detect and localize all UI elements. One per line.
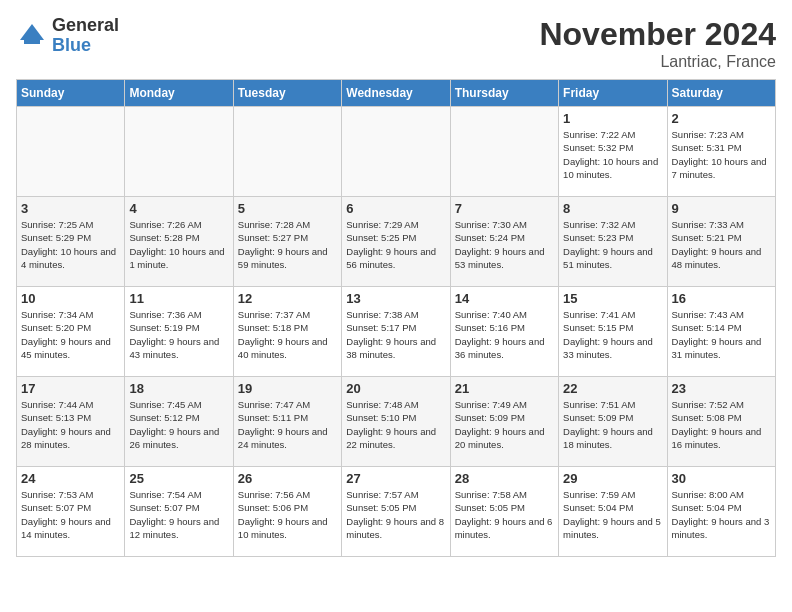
- day-number: 16: [672, 291, 771, 306]
- day-info: Sunrise: 7:43 AM Sunset: 5:14 PM Dayligh…: [672, 308, 771, 361]
- day-number: 28: [455, 471, 554, 486]
- calendar-cell: 23Sunrise: 7:52 AM Sunset: 5:08 PM Dayli…: [667, 377, 775, 467]
- day-number: 14: [455, 291, 554, 306]
- day-number: 27: [346, 471, 445, 486]
- calendar-cell: 11Sunrise: 7:36 AM Sunset: 5:19 PM Dayli…: [125, 287, 233, 377]
- calendar-cell: 18Sunrise: 7:45 AM Sunset: 5:12 PM Dayli…: [125, 377, 233, 467]
- day-info: Sunrise: 7:45 AM Sunset: 5:12 PM Dayligh…: [129, 398, 228, 451]
- calendar-week-row: 1Sunrise: 7:22 AM Sunset: 5:32 PM Daylig…: [17, 107, 776, 197]
- day-info: Sunrise: 7:59 AM Sunset: 5:04 PM Dayligh…: [563, 488, 662, 541]
- calendar-cell: 19Sunrise: 7:47 AM Sunset: 5:11 PM Dayli…: [233, 377, 341, 467]
- day-info: Sunrise: 7:47 AM Sunset: 5:11 PM Dayligh…: [238, 398, 337, 451]
- day-number: 29: [563, 471, 662, 486]
- calendar-cell: [342, 107, 450, 197]
- day-number: 10: [21, 291, 120, 306]
- day-number: 15: [563, 291, 662, 306]
- day-number: 3: [21, 201, 120, 216]
- day-number: 26: [238, 471, 337, 486]
- column-header-tuesday: Tuesday: [233, 80, 341, 107]
- day-number: 1: [563, 111, 662, 126]
- logo-blue: Blue: [52, 36, 119, 56]
- day-number: 30: [672, 471, 771, 486]
- calendar-cell: [233, 107, 341, 197]
- logo: General Blue: [16, 16, 119, 56]
- day-number: 19: [238, 381, 337, 396]
- calendar-cell: 25Sunrise: 7:54 AM Sunset: 5:07 PM Dayli…: [125, 467, 233, 557]
- day-info: Sunrise: 7:48 AM Sunset: 5:10 PM Dayligh…: [346, 398, 445, 451]
- calendar-cell: 13Sunrise: 7:38 AM Sunset: 5:17 PM Dayli…: [342, 287, 450, 377]
- calendar-cell: 16Sunrise: 7:43 AM Sunset: 5:14 PM Dayli…: [667, 287, 775, 377]
- column-header-thursday: Thursday: [450, 80, 558, 107]
- calendar-cell: 21Sunrise: 7:49 AM Sunset: 5:09 PM Dayli…: [450, 377, 558, 467]
- calendar-cell: [17, 107, 125, 197]
- day-info: Sunrise: 7:22 AM Sunset: 5:32 PM Dayligh…: [563, 128, 662, 181]
- day-info: Sunrise: 7:34 AM Sunset: 5:20 PM Dayligh…: [21, 308, 120, 361]
- column-header-sunday: Sunday: [17, 80, 125, 107]
- calendar-cell: 28Sunrise: 7:58 AM Sunset: 5:05 PM Dayli…: [450, 467, 558, 557]
- calendar-cell: 17Sunrise: 7:44 AM Sunset: 5:13 PM Dayli…: [17, 377, 125, 467]
- day-info: Sunrise: 7:30 AM Sunset: 5:24 PM Dayligh…: [455, 218, 554, 271]
- title-area: November 2024 Lantriac, France: [539, 16, 776, 71]
- day-info: Sunrise: 7:26 AM Sunset: 5:28 PM Dayligh…: [129, 218, 228, 271]
- calendar-cell: 7Sunrise: 7:30 AM Sunset: 5:24 PM Daylig…: [450, 197, 558, 287]
- day-number: 24: [21, 471, 120, 486]
- day-number: 25: [129, 471, 228, 486]
- calendar-cell: 22Sunrise: 7:51 AM Sunset: 5:09 PM Dayli…: [559, 377, 667, 467]
- calendar-cell: 1Sunrise: 7:22 AM Sunset: 5:32 PM Daylig…: [559, 107, 667, 197]
- calendar-cell: 14Sunrise: 7:40 AM Sunset: 5:16 PM Dayli…: [450, 287, 558, 377]
- calendar-cell: 2Sunrise: 7:23 AM Sunset: 5:31 PM Daylig…: [667, 107, 775, 197]
- logo-text: General Blue: [52, 16, 119, 56]
- day-number: 9: [672, 201, 771, 216]
- location: Lantriac, France: [539, 53, 776, 71]
- calendar-cell: 4Sunrise: 7:26 AM Sunset: 5:28 PM Daylig…: [125, 197, 233, 287]
- day-info: Sunrise: 7:53 AM Sunset: 5:07 PM Dayligh…: [21, 488, 120, 541]
- calendar-cell: 5Sunrise: 7:28 AM Sunset: 5:27 PM Daylig…: [233, 197, 341, 287]
- page-header: General Blue November 2024 Lantriac, Fra…: [16, 16, 776, 71]
- column-header-wednesday: Wednesday: [342, 80, 450, 107]
- calendar-cell: 26Sunrise: 7:56 AM Sunset: 5:06 PM Dayli…: [233, 467, 341, 557]
- calendar-cell: 8Sunrise: 7:32 AM Sunset: 5:23 PM Daylig…: [559, 197, 667, 287]
- day-number: 13: [346, 291, 445, 306]
- day-number: 18: [129, 381, 228, 396]
- calendar-cell: 9Sunrise: 7:33 AM Sunset: 5:21 PM Daylig…: [667, 197, 775, 287]
- day-info: Sunrise: 7:44 AM Sunset: 5:13 PM Dayligh…: [21, 398, 120, 451]
- day-info: Sunrise: 7:33 AM Sunset: 5:21 PM Dayligh…: [672, 218, 771, 271]
- day-info: Sunrise: 7:40 AM Sunset: 5:16 PM Dayligh…: [455, 308, 554, 361]
- logo-icon: [16, 20, 48, 52]
- svg-marker-0: [20, 24, 44, 40]
- day-number: 2: [672, 111, 771, 126]
- column-header-saturday: Saturday: [667, 80, 775, 107]
- calendar-week-row: 17Sunrise: 7:44 AM Sunset: 5:13 PM Dayli…: [17, 377, 776, 467]
- calendar-cell: 20Sunrise: 7:48 AM Sunset: 5:10 PM Dayli…: [342, 377, 450, 467]
- day-info: Sunrise: 7:52 AM Sunset: 5:08 PM Dayligh…: [672, 398, 771, 451]
- day-info: Sunrise: 7:32 AM Sunset: 5:23 PM Dayligh…: [563, 218, 662, 271]
- calendar-header-row: SundayMondayTuesdayWednesdayThursdayFrid…: [17, 80, 776, 107]
- day-info: Sunrise: 7:49 AM Sunset: 5:09 PM Dayligh…: [455, 398, 554, 451]
- day-info: Sunrise: 7:29 AM Sunset: 5:25 PM Dayligh…: [346, 218, 445, 271]
- calendar-cell: 29Sunrise: 7:59 AM Sunset: 5:04 PM Dayli…: [559, 467, 667, 557]
- day-number: 12: [238, 291, 337, 306]
- calendar-cell: 6Sunrise: 7:29 AM Sunset: 5:25 PM Daylig…: [342, 197, 450, 287]
- day-number: 21: [455, 381, 554, 396]
- day-number: 4: [129, 201, 228, 216]
- day-number: 7: [455, 201, 554, 216]
- logo-general: General: [52, 16, 119, 36]
- day-info: Sunrise: 7:36 AM Sunset: 5:19 PM Dayligh…: [129, 308, 228, 361]
- calendar-cell: 12Sunrise: 7:37 AM Sunset: 5:18 PM Dayli…: [233, 287, 341, 377]
- day-number: 6: [346, 201, 445, 216]
- day-info: Sunrise: 7:37 AM Sunset: 5:18 PM Dayligh…: [238, 308, 337, 361]
- day-number: 8: [563, 201, 662, 216]
- calendar-cell: [125, 107, 233, 197]
- day-info: Sunrise: 7:41 AM Sunset: 5:15 PM Dayligh…: [563, 308, 662, 361]
- calendar-table: SundayMondayTuesdayWednesdayThursdayFrid…: [16, 79, 776, 557]
- day-number: 20: [346, 381, 445, 396]
- day-number: 23: [672, 381, 771, 396]
- day-number: 5: [238, 201, 337, 216]
- day-info: Sunrise: 7:28 AM Sunset: 5:27 PM Dayligh…: [238, 218, 337, 271]
- day-number: 22: [563, 381, 662, 396]
- calendar-week-row: 24Sunrise: 7:53 AM Sunset: 5:07 PM Dayli…: [17, 467, 776, 557]
- calendar-week-row: 10Sunrise: 7:34 AM Sunset: 5:20 PM Dayli…: [17, 287, 776, 377]
- day-info: Sunrise: 7:54 AM Sunset: 5:07 PM Dayligh…: [129, 488, 228, 541]
- svg-rect-1: [24, 40, 40, 44]
- calendar-cell: 15Sunrise: 7:41 AM Sunset: 5:15 PM Dayli…: [559, 287, 667, 377]
